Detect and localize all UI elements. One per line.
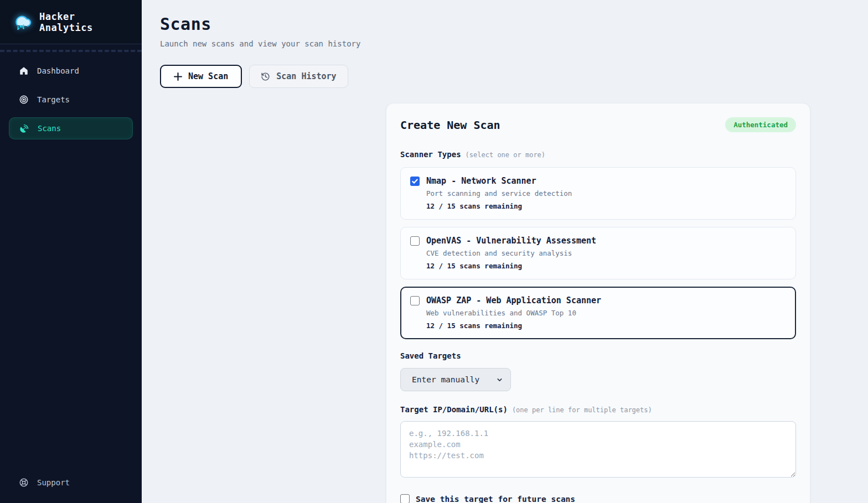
sidebar-item-targets[interactable]: Targets	[9, 89, 133, 111]
scanner-description: Port scanning and service detection	[426, 189, 786, 198]
save-target-checkbox[interactable]	[400, 494, 410, 503]
new-scan-label: New Scan	[188, 71, 228, 81]
app-logo-row: Hacker Analytics	[0, 0, 142, 44]
chevron-down-icon	[496, 376, 503, 383]
sidebar-item-label: Scans	[38, 124, 61, 133]
target-input-hint: (one per line for multiple targets)	[512, 406, 652, 414]
sidebar-item-label: Dashboard	[37, 66, 79, 75]
target-label-row: Target IP/Domain/URL(s) (one per line fo…	[400, 405, 796, 414]
card-title: Create New Scan	[400, 118, 500, 132]
history-icon	[261, 72, 270, 81]
page-header: Scans Launch new scans and view your sca…	[142, 0, 868, 48]
sidebar-nav: Dashboard Targets Scans	[0, 52, 142, 139]
authenticated-badge: Authenticated	[725, 117, 796, 132]
scanner-description: Web vulnerabilities and OWASP Top 10	[426, 309, 786, 317]
card-header: Create New Scan Authenticated	[400, 117, 796, 132]
home-icon	[19, 66, 29, 76]
target-icon	[19, 95, 29, 105]
saved-targets-label: Saved Targets	[400, 351, 461, 360]
sidebar-item-label: Targets	[37, 95, 70, 104]
scanner-options: Nmap - Network Scanner Port scanning and…	[400, 167, 796, 339]
scan-history-label: Scan History	[276, 71, 336, 81]
nmap-checkbox[interactable]	[410, 177, 420, 186]
scanner-quota: 12 / 15 scans remaining	[426, 321, 786, 330]
sidebar-footer: Support Help Center	[9, 471, 133, 503]
saved-targets-label-row: Saved Targets	[400, 351, 796, 360]
new-scan-button[interactable]: New Scan	[160, 65, 242, 88]
life-buoy-icon	[19, 478, 29, 488]
app-title: Hacker Analytics	[39, 11, 128, 33]
scanner-name: OpenVAS - Vulnerability Assessment	[426, 236, 596, 246]
scanner-types-label: Scanner Types	[400, 150, 461, 159]
sidebar-item-scans[interactable]: Scans	[9, 117, 133, 139]
satellite-dish-icon	[19, 123, 29, 133]
target-input-label: Target IP/Domain/URL(s)	[400, 405, 508, 414]
scanner-option-zap[interactable]: OWASP ZAP - Web Application Scanner Web …	[400, 287, 796, 339]
sidebar-item-support[interactable]: Support	[9, 471, 133, 494]
scanner-option-openvas[interactable]: OpenVAS - Vulnerability Assessment CVE d…	[400, 227, 796, 279]
save-target-row: Save this target for future scans	[400, 494, 796, 503]
openvas-checkbox[interactable]	[410, 236, 420, 246]
scanner-name: OWASP ZAP - Web Application Scanner	[426, 295, 601, 305]
zap-checkbox[interactable]	[410, 296, 420, 305]
sidebar: Hacker Analytics Dashboard Targets	[0, 0, 142, 503]
saved-targets-select[interactable]: Enter manually	[400, 368, 511, 391]
plus-icon	[174, 72, 182, 81]
sidebar-item-dashboard[interactable]: Dashboard	[9, 60, 133, 82]
scan-history-button[interactable]: Scan History	[249, 65, 348, 88]
main-content: Scans Launch new scans and view your sca…	[142, 0, 868, 503]
toolbar: New Scan Scan History	[160, 65, 868, 88]
create-scan-card: Create New Scan Authenticated Scanner Ty…	[386, 103, 810, 503]
cloud-logo-icon	[13, 13, 32, 32]
scanner-description: CVE detection and security analysis	[426, 249, 786, 257]
scanner-option-nmap[interactable]: Nmap - Network Scanner Port scanning and…	[400, 167, 796, 220]
scanner-quota: 12 / 15 scans remaining	[426, 202, 786, 210]
sidebar-item-label: Support	[37, 478, 70, 487]
targets-textarea[interactable]	[400, 421, 796, 478]
page-title: Scans	[160, 14, 868, 34]
save-target-label: Save this target for future scans	[416, 495, 575, 503]
scanner-types-label-row: Scanner Types (select one or more)	[400, 150, 796, 159]
page-subtitle: Launch new scans and view your scan hist…	[160, 39, 868, 48]
sidebar-item-help-center[interactable]: Help Center	[9, 499, 133, 503]
scanner-types-hint: (select one or more)	[466, 151, 546, 159]
scanner-name: Nmap - Network Scanner	[426, 176, 536, 186]
saved-targets-selected-value: Enter manually	[412, 375, 479, 384]
scanner-quota: 12 / 15 scans remaining	[426, 262, 786, 270]
